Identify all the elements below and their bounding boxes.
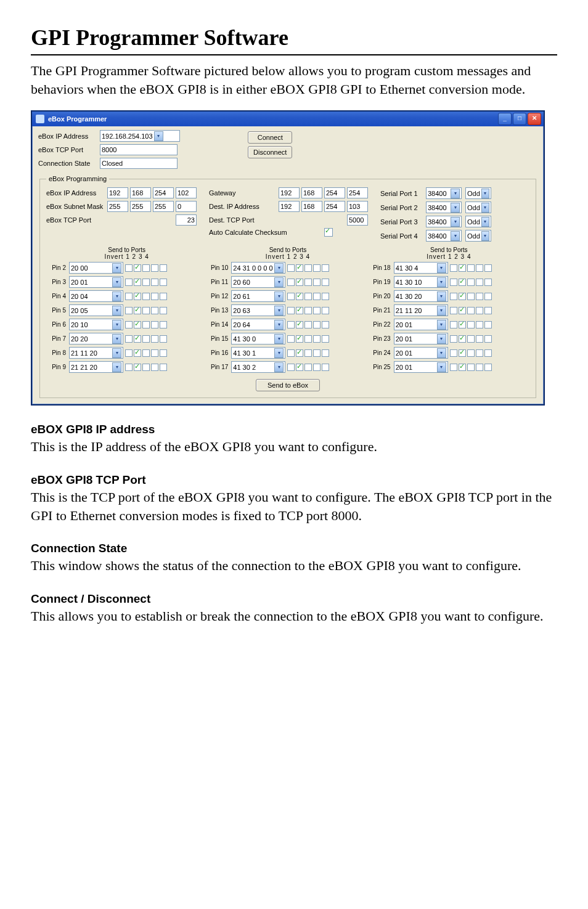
invert-checkbox[interactable] [450,293,457,300]
port3-checkbox[interactable] [476,307,483,314]
port4-checkbox[interactable] [160,307,167,314]
port1-checkbox[interactable] [459,293,466,300]
chevron-down-icon[interactable]: ▾ [274,291,284,301]
port1-checkbox[interactable] [134,264,141,272]
invert-checkbox[interactable] [125,293,133,300]
ebox-ip-1[interactable] [107,187,128,198]
serial-baud-1[interactable]: 38400▾ [426,187,462,199]
invert-checkbox[interactable] [450,335,457,343]
chevron-down-icon[interactable]: ▾ [437,320,446,330]
chevron-down-icon[interactable]: ▾ [481,203,489,213]
chevron-down-icon[interactable]: ▾ [451,217,460,227]
port3-checkbox[interactable] [476,364,483,371]
serial-baud-3[interactable]: 38400▾ [426,216,462,227]
port1-checkbox[interactable] [134,335,141,343]
invert-checkbox[interactable] [450,364,457,371]
port4-checkbox[interactable] [484,321,492,328]
dip-1[interactable] [279,201,300,212]
ebox-ip-4[interactable] [176,187,197,198]
pin-value-combo[interactable]: 20 64▾ [231,319,285,330]
chevron-down-icon[interactable]: ▾ [112,306,121,316]
chevron-down-icon[interactable]: ▾ [112,291,121,301]
port2-checkbox[interactable] [142,364,150,371]
pin-value-combo[interactable]: 41 30 20▾ [394,290,448,302]
dip-3[interactable] [324,201,345,212]
invert-checkbox[interactable] [125,349,133,357]
port4-checkbox[interactable] [322,335,329,343]
chevron-down-icon[interactable]: ▾ [451,231,460,241]
pin-value-combo[interactable]: 20 04▾ [69,290,123,302]
port4-checkbox[interactable] [160,349,167,357]
invert-checkbox[interactable] [287,349,295,357]
invert-checkbox[interactable] [287,335,295,343]
invert-checkbox[interactable] [287,364,295,371]
pin-value-combo[interactable]: 21 11 20▾ [394,304,448,316]
chevron-down-icon[interactable]: ▾ [437,348,446,358]
chevron-down-icon[interactable]: ▾ [437,362,446,372]
pin-value-combo[interactable]: 20 61▾ [231,290,285,302]
disconnect-button[interactable]: Disconnect [248,146,292,158]
port2-checkbox[interactable] [142,349,150,357]
port4-checkbox[interactable] [484,307,492,314]
port3-checkbox[interactable] [313,364,321,371]
port1-checkbox[interactable] [134,307,141,314]
port4-checkbox[interactable] [484,349,492,357]
port4-checkbox[interactable] [484,264,492,272]
serial-parity-2[interactable]: Odd▾ [465,202,491,213]
port1-checkbox[interactable] [296,349,303,357]
port3-checkbox[interactable] [151,364,158,371]
invert-checkbox[interactable] [450,279,457,286]
chevron-down-icon[interactable]: ▾ [451,203,460,213]
autocheck-checkbox[interactable] [324,228,333,237]
invert-checkbox[interactable] [287,264,295,272]
ip-combo[interactable]: 192.168.254.103▾ [100,130,180,142]
chevron-down-icon[interactable]: ▾ [154,131,163,141]
pin-value-combo[interactable]: 20 60▾ [231,276,285,288]
port4-checkbox[interactable] [322,264,329,272]
serial-parity-3[interactable]: Odd▾ [465,216,491,227]
chevron-down-icon[interactable]: ▾ [112,320,121,330]
chevron-down-icon[interactable]: ▾ [274,362,284,372]
ebox-ip-2[interactable] [130,187,151,198]
chevron-down-icon[interactable]: ▾ [274,306,284,316]
port2-checkbox[interactable] [304,264,312,272]
invert-checkbox[interactable] [287,307,295,314]
port2-checkbox[interactable] [467,307,475,314]
chevron-down-icon[interactable]: ▾ [437,263,446,273]
port2-checkbox[interactable] [467,279,475,286]
chevron-down-icon[interactable]: ▾ [437,334,446,344]
chevron-down-icon[interactable]: ▾ [274,263,284,273]
port1-checkbox[interactable] [459,335,466,343]
port4-checkbox[interactable] [160,279,167,286]
chevron-down-icon[interactable]: ▾ [437,306,446,316]
dip-2[interactable] [301,201,322,212]
pin-value-combo[interactable]: 20 10▾ [69,319,123,330]
port3-checkbox[interactable] [313,321,321,328]
port1-checkbox[interactable] [459,364,466,371]
port2-checkbox[interactable] [304,321,312,328]
invert-checkbox[interactable] [125,264,133,272]
port1-checkbox[interactable] [134,321,141,328]
pin-value-combo[interactable]: 21 11 20▾ [69,347,123,359]
connect-button[interactable]: Connect [248,131,292,144]
gw-4[interactable] [347,187,368,198]
chevron-down-icon[interactable]: ▾ [481,217,489,227]
pin-value-combo[interactable]: 21 21 20▾ [69,361,123,373]
chevron-down-icon[interactable]: ▾ [437,291,446,301]
invert-checkbox[interactable] [450,349,457,357]
send-button[interactable]: Send to eBox [256,379,320,391]
pin-value-combo[interactable]: 20 00▾ [69,262,123,274]
serial-baud-2[interactable]: 38400▾ [426,202,462,213]
port3-checkbox[interactable] [151,321,158,328]
gw-2[interactable] [301,187,322,198]
port2-checkbox[interactable] [467,293,475,300]
port2-checkbox[interactable] [467,321,475,328]
port4-checkbox[interactable] [160,293,167,300]
pin-value-combo[interactable]: 20 01▾ [394,333,448,344]
pin-value-combo[interactable]: 20 01▾ [394,361,448,373]
invert-checkbox[interactable] [125,279,133,286]
port2-checkbox[interactable] [304,279,312,286]
port3-checkbox[interactable] [151,279,158,286]
minimize-button[interactable]: _ [498,113,512,125]
invert-checkbox[interactable] [125,335,133,343]
